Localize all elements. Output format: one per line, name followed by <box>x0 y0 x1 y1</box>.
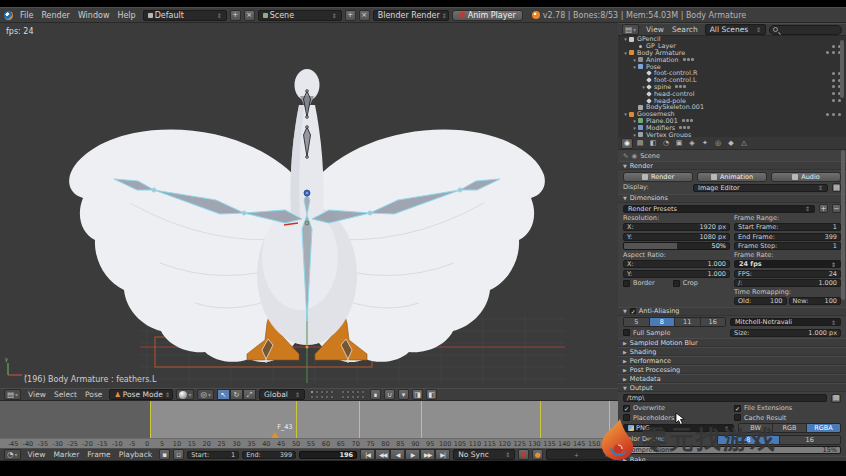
menu-help[interactable]: Help <box>113 11 139 20</box>
overwrite-checkbox[interactable] <box>623 405 630 412</box>
aa-sample-11[interactable]: 11 <box>675 318 701 326</box>
collapse-icon[interactable]: ▾ <box>622 36 629 42</box>
frame-rate-preset-dropdown[interactable]: 24 fps⇕ <box>734 260 841 268</box>
file-extensions-checkbox[interactable] <box>734 405 741 412</box>
outliner-item-pose[interactable]: ▾Pose <box>618 63 846 70</box>
badge-icon[interactable] <box>683 85 686 88</box>
end-frame-field[interactable]: End Frame:399 <box>734 233 841 241</box>
render-engine-dropdown[interactable]: Blender Render ⇕ <box>373 10 449 21</box>
delete-scene-button[interactable]: × <box>359 10 370 21</box>
properties-tab-world[interactable]: ◔ <box>660 138 672 149</box>
timeline-canvas[interactable]: -45-40-35-30-25-20-15-10-505101520253035… <box>0 401 618 448</box>
outliner-item-head-control[interactable]: head-control <box>618 90 846 97</box>
auto-keyframe-button[interactable] <box>518 449 529 460</box>
cursor-select-icon[interactable] <box>832 113 835 116</box>
start-frame-field[interactable]: Start: 1 <box>187 451 239 459</box>
badge-icon[interactable] <box>690 119 693 122</box>
eye-icon[interactable] <box>826 113 829 116</box>
layer-dot[interactable] <box>361 395 365 399</box>
eye-icon[interactable] <box>832 79 835 82</box>
eye-icon[interactable] <box>832 85 835 88</box>
play-reverse-button[interactable]: ◀ <box>390 449 405 460</box>
aa-size-field[interactable]: Size:1.000 px <box>730 329 841 337</box>
collapse-icon[interactable]: ▾ <box>622 50 629 56</box>
badge-icon[interactable] <box>683 58 686 61</box>
badge-icon[interactable] <box>675 85 678 88</box>
layer-dot[interactable] <box>346 390 350 394</box>
timeline-menu-view[interactable]: View <box>24 450 50 459</box>
aa-sample-8[interactable]: 8 <box>650 318 676 326</box>
3d-viewport[interactable]: x y fps: 24 (196) Body Armature : feathe… <box>0 23 618 388</box>
timeline-menu-frame[interactable]: Frame <box>83 450 114 459</box>
translate-manipulator-button[interactable]: ↖ <box>217 389 230 400</box>
resolution-x-field[interactable]: X:1920 px <box>623 223 730 231</box>
properties-tab-scene[interactable]: ◧ <box>647 138 659 149</box>
properties-tab-object[interactable]: ▣ <box>673 138 685 149</box>
layer-dot[interactable] <box>315 390 319 394</box>
full-sample-checkbox[interactable] <box>623 329 630 336</box>
properties-tab-object-data[interactable]: ◎ <box>712 138 724 149</box>
panel-header-metadata[interactable]: ▶Metadata <box>618 374 846 383</box>
layer-dot[interactable] <box>330 395 334 399</box>
delete-screen-button[interactable]: × <box>244 10 255 21</box>
editor-type-button[interactable]: ▤▾ <box>4 389 21 400</box>
layer-dot[interactable] <box>310 395 314 399</box>
fps-field[interactable]: FPS:24 <box>734 270 841 278</box>
current-frame-field[interactable]: 196 <box>299 451 357 459</box>
outliner-search-input[interactable] <box>769 25 842 35</box>
badge-icon[interactable] <box>679 126 682 129</box>
start-frame-field[interactable]: Start Frame:1 <box>734 223 841 231</box>
eye-icon[interactable] <box>832 99 835 102</box>
transform-orientation-dropdown[interactable]: Global ⇕ <box>259 389 305 400</box>
badge-icon[interactable] <box>683 126 686 129</box>
collapse-icon[interactable]: ▾ <box>631 64 638 70</box>
badge-icon[interactable] <box>686 119 689 122</box>
layer-dot[interactable] <box>341 395 345 399</box>
collapse-icon[interactable]: ▾ <box>631 118 638 124</box>
badge-icon[interactable] <box>691 58 694 61</box>
panel-header-dimensions[interactable]: ▼Dimensions <box>618 194 846 203</box>
scene-selector[interactable]: Scene ⇕ <box>258 10 342 21</box>
badge-icon[interactable] <box>679 85 682 88</box>
folder-browse-icon[interactable]: ▤ <box>831 394 841 403</box>
remap-old-field[interactable]: Old:100 <box>734 297 787 305</box>
use-preview-range-icon[interactable]: ▪ <box>159 449 170 460</box>
resolution-y-field[interactable]: Y:1080 px <box>623 233 730 241</box>
prev-keyframe-button[interactable]: ◀◀ <box>375 449 390 460</box>
jump-to-end-button[interactable]: ▶| <box>435 449 450 460</box>
viewport-shading-dropdown[interactable]: ▾ <box>176 389 194 400</box>
aspect-y-field[interactable]: Y:1.000 <box>623 270 730 278</box>
properties-tab-constraints[interactable]: ◈ <box>686 138 698 149</box>
panel-header-post-processing[interactable]: ▶Post Processing <box>618 365 846 374</box>
render-still-button[interactable]: Render <box>623 172 693 182</box>
aa-filter-dropdown[interactable]: Mitchell-Netravali⇕ <box>730 318 841 326</box>
keying-set-menu-button[interactable]: ● <box>532 449 543 460</box>
eye-icon[interactable] <box>832 72 835 75</box>
panel-header-output[interactable]: ▼Output <box>618 383 846 392</box>
next-keyframe-button[interactable]: ▶▶ <box>420 449 435 460</box>
render-presets-dropdown[interactable]: Render Presets⇕ <box>623 205 815 213</box>
badge-icon[interactable] <box>687 126 690 129</box>
layer-dot[interactable] <box>341 390 345 394</box>
editor-type-button[interactable]: ◔▾ <box>4 449 21 460</box>
collapse-icon[interactable]: ▾ <box>631 125 638 131</box>
layer-dot[interactable] <box>320 395 324 399</box>
jump-to-start-button[interactable]: |◀ <box>360 449 375 460</box>
viewport-menu-select[interactable]: Select <box>50 390 81 399</box>
border-checkbox[interactable] <box>623 280 630 287</box>
layer-dot[interactable] <box>356 390 360 394</box>
aa-sample-5[interactable]: 5 <box>624 318 650 326</box>
lock-time-icon[interactable]: ▫ <box>173 449 184 460</box>
layer-dot[interactable] <box>315 395 319 399</box>
display-lock-button[interactable]: ▤ <box>832 183 841 192</box>
screen-layout-selector[interactable]: Default ⇕ <box>143 10 227 21</box>
render-audio-button[interactable]: Audio <box>771 172 841 182</box>
outliner-menu-view[interactable]: View <box>642 25 668 34</box>
scale-manipulator-button[interactable]: ⤢ <box>243 389 256 400</box>
remap-new-field[interactable]: New:100 <box>789 297 842 305</box>
translate-manipulator[interactable] <box>304 190 310 196</box>
add-screen-button[interactable]: + <box>230 10 241 21</box>
render-animation-button[interactable]: Animation <box>697 172 767 182</box>
breadcrumb-scene-label[interactable]: Scene <box>640 152 660 160</box>
display-mode-dropdown[interactable]: Image Editor⇕ <box>693 184 828 192</box>
